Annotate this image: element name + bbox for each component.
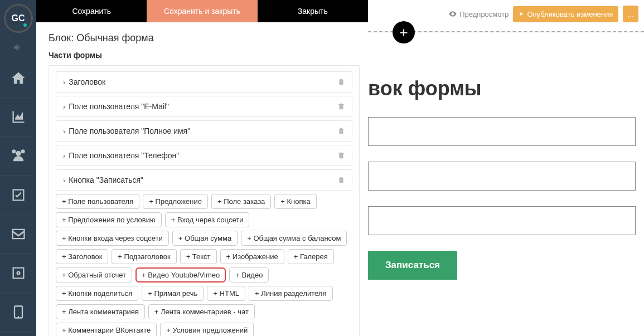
form-preview-title: вок формы xyxy=(368,77,644,100)
trash-icon[interactable] xyxy=(337,103,345,110)
save-button[interactable]: Сохранить xyxy=(36,0,147,22)
part-label: Кнопка "Записаться" xyxy=(69,176,143,184)
add-part-chip[interactable]: + Текст xyxy=(180,249,217,264)
save-close-button[interactable]: Сохранить и закрыть xyxy=(147,0,257,22)
add-part-chip[interactable]: + Поле пользователя xyxy=(56,194,139,209)
left-sidebar: GC xyxy=(0,0,36,336)
preview-link[interactable]: Предпросмотр xyxy=(448,9,509,18)
add-part-chip[interactable]: + Предложение xyxy=(143,194,208,209)
preview-input-2[interactable] xyxy=(368,162,636,191)
add-part-chip[interactable]: + Комментарии ВКонтакте xyxy=(56,323,157,336)
mail-icon[interactable] xyxy=(0,215,36,254)
home-icon[interactable] xyxy=(0,59,36,98)
chevron-right-icon: › xyxy=(63,152,65,160)
form-part-row[interactable]: ›Заголовок xyxy=(56,71,352,92)
add-part-chip[interactable]: + Видео xyxy=(229,267,269,283)
add-part-chip[interactable]: + Поле заказа xyxy=(211,194,271,209)
trash-icon[interactable] xyxy=(337,78,345,86)
part-label: Заголовок xyxy=(69,77,105,86)
parts-label: Части формы xyxy=(49,51,360,60)
users-icon[interactable] xyxy=(0,137,36,176)
add-part-chip[interactable]: + Изображение xyxy=(220,249,284,264)
add-part-chip[interactable]: + Прямая речь xyxy=(142,286,204,301)
block-title: Блок: Обычная форма xyxy=(49,32,360,44)
part-label: Поле пользователя "E-Mail" xyxy=(69,102,169,111)
mobile-icon[interactable] xyxy=(0,293,36,332)
part-label: Поле пользователя "Полное имя" xyxy=(69,126,190,135)
form-part-row[interactable]: ›Поле пользователя "E-Mail" xyxy=(56,96,352,117)
publish-label: Опубликовать изменения xyxy=(527,10,613,18)
publish-extra-button[interactable]: ... xyxy=(623,6,638,22)
add-part-chip[interactable]: + Предложения по условию xyxy=(56,212,162,227)
trash-icon[interactable] xyxy=(337,152,345,159)
add-part-chip[interactable]: + Кнопки входа через соцсети xyxy=(56,231,169,246)
form-part-row[interactable]: ›Поле пользователя "Полное имя" xyxy=(56,120,352,142)
add-part-chip[interactable]: + Подзаголовок xyxy=(112,249,176,264)
add-part-chip[interactable]: + Видео Youtube/Vimeo xyxy=(135,267,226,283)
add-part-chip[interactable]: + Кнопка xyxy=(274,194,316,209)
preview-area: Предпросмотр Опубликовать изменения ... … xyxy=(368,0,644,336)
preview-submit-button[interactable]: Записаться xyxy=(368,251,457,280)
form-part-row[interactable]: ›Поле пользователя "Телефон" xyxy=(56,145,352,166)
chevron-right-icon: › xyxy=(63,78,65,86)
preview-input-1[interactable] xyxy=(368,117,636,146)
logo[interactable]: GC xyxy=(0,0,36,36)
add-section-button[interactable]: + xyxy=(393,21,415,43)
trash-icon[interactable] xyxy=(337,176,345,184)
add-part-chip[interactable]: + Вход через соцсети xyxy=(165,212,250,227)
add-part-chip[interactable]: + Общая сумма с балансом xyxy=(241,231,347,246)
add-part-chip[interactable]: + Кнопки поделиться xyxy=(56,286,138,301)
trash-icon[interactable] xyxy=(337,127,345,135)
chevron-right-icon: › xyxy=(63,176,65,184)
add-part-chip[interactable]: + Лента комментариев - чат xyxy=(148,304,255,319)
chevron-right-icon: › xyxy=(63,103,65,111)
add-part-chip[interactable]: + Условия предложений xyxy=(160,323,254,336)
form-part-row[interactable]: ›Кнопка "Записаться" xyxy=(56,169,352,191)
chevron-right-icon: › xyxy=(63,127,65,135)
settings-panel: Сохранить Сохранить и закрыть Закрыть Бл… xyxy=(36,0,368,336)
close-button[interactable]: Закрыть xyxy=(258,0,368,22)
play-icon xyxy=(519,11,524,17)
logo-text: GC xyxy=(12,13,25,23)
form-preview: вок формы Записаться xyxy=(368,32,644,280)
sound-icon[interactable] xyxy=(0,36,36,59)
publish-button[interactable]: Опубликовать изменения xyxy=(513,6,618,22)
panel-topbar: Сохранить Сохранить и закрыть Закрыть xyxy=(36,0,368,22)
safe-icon[interactable] xyxy=(0,254,36,293)
chart-icon[interactable] xyxy=(0,98,36,137)
add-part-chip[interactable]: + Линия разделителя xyxy=(249,286,333,301)
preview-link-label: Предпросмотр xyxy=(459,10,509,18)
eye-icon xyxy=(448,9,457,18)
section-divider: + xyxy=(368,31,644,32)
part-label: Поле пользователя "Телефон" xyxy=(69,151,179,160)
add-part-chip[interactable]: + Общая сумма xyxy=(172,231,238,246)
add-part-chip[interactable]: + Заголовок xyxy=(56,249,108,264)
add-part-chip[interactable]: + Галерея xyxy=(288,249,334,264)
checkbox-icon[interactable] xyxy=(0,176,36,215)
parts-card: ›Заголовок›Поле пользователя "E-Mail"›По… xyxy=(49,65,360,336)
add-part-chip[interactable]: + HTML xyxy=(207,286,245,301)
preview-input-3[interactable] xyxy=(368,206,636,235)
add-part-chip[interactable]: + Обратный отсчет xyxy=(56,267,132,283)
add-part-chip[interactable]: + Лента комментариев xyxy=(56,304,145,319)
